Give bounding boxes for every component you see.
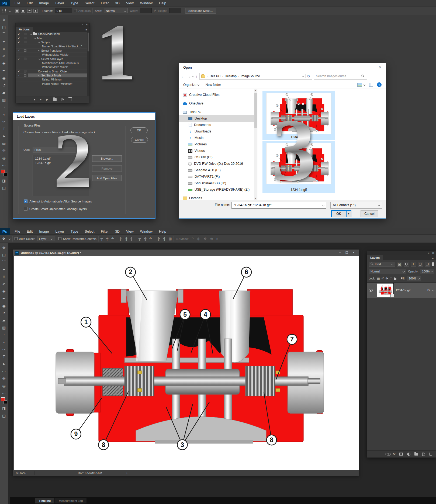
tab-actions[interactable]: Actions	[16, 27, 33, 32]
menu-image[interactable]: Image	[36, 228, 52, 235]
style-select[interactable]: Normal	[104, 8, 128, 13]
sidebar-item-dvd-rw-drive-d-dec-29-2016[interactable]: DVD RW Drive (D:) Dec 29 2016	[179, 160, 254, 167]
tool-preset-chevron-icon[interactable]	[9, 9, 11, 12]
align-icon-3[interactable]: ╟	[119, 237, 122, 241]
sidebar-item-seagate-4tb-e-[interactable]: Seagate 4TB (E:)	[179, 167, 254, 173]
shape-tool-icon[interactable]: ▭	[0, 140, 8, 147]
menu-help[interactable]: Help	[156, 0, 169, 6]
align-icon-5[interactable]: ╢	[130, 237, 133, 241]
sidebar-scrollbar[interactable]: ▲▼	[254, 89, 257, 200]
dialog-title[interactable]: Load Layers	[13, 113, 155, 120]
dodge-tool-icon[interactable]: ◖	[0, 338, 8, 346]
source-file-item[interactable]: 1234-1a.gif	[35, 156, 87, 161]
action-modal-toggle[interactable]	[22, 53, 28, 57]
minimize-icon[interactable]: ─	[339, 251, 341, 254]
action-row[interactable]: ✓Scripts	[16, 40, 89, 44]
layer-row[interactable]: 1234-1a.gif ⧉	[367, 282, 436, 298]
sidebar-item-creative-cloud-files[interactable]: Creative Cloud Files	[179, 92, 254, 98]
sidebar-item-downloads[interactable]: ↓Downloads	[179, 128, 254, 135]
action-modal-toggle[interactable]	[22, 82, 28, 86]
path-select-tool-icon[interactable]: ➤	[0, 132, 8, 140]
close-panel-icon[interactable]: ✕	[86, 23, 88, 26]
close-icon[interactable]: ✕	[379, 65, 382, 69]
screen-mode-tool-icon[interactable]: ◫	[0, 412, 8, 419]
menu-filter[interactable]: Filter	[98, 0, 112, 6]
action-row[interactable]: Without Make Visible	[16, 53, 89, 57]
ok-dropdown-icon[interactable]: ▾	[346, 210, 351, 217]
crop-tool-icon[interactable]: ⌗	[0, 45, 8, 52]
new-group-icon[interactable]	[414, 453, 418, 456]
menu-filter[interactable]: Filter	[98, 228, 112, 235]
sidebar-item-videos[interactable]: Videos	[179, 148, 254, 154]
hand-tool-icon[interactable]: ✣	[0, 375, 8, 382]
sidebar-item-usb-storage-readyshare-z-[interactable]: USB_Storage (\\READYSHARE) (Z:)	[179, 186, 254, 193]
align-icon-0[interactable]: ╤	[101, 237, 103, 241]
3d-mode-icon-4[interactable]: ▸	[217, 237, 219, 241]
foreground-color-swatch[interactable]	[1, 170, 5, 173]
action-check-empty[interactable]	[16, 61, 22, 65]
align-icon-7[interactable]: ╬	[144, 237, 146, 241]
marquee-tool-icon[interactable]	[2, 9, 6, 12]
action-row[interactable]: Plugin Name: "Minimum"	[16, 82, 89, 86]
filter-toggle-icon[interactable]	[432, 262, 434, 266]
action-row[interactable]: ✓Set Stack Mode	[16, 74, 89, 78]
tool-preset-chevron-icon[interactable]	[8, 237, 11, 240]
action-row[interactable]: Without Make Visible	[16, 65, 89, 69]
eyedropper-tool-icon[interactable]: ✐	[0, 280, 8, 288]
sidebar-item-documents[interactable]: Documents	[179, 122, 254, 128]
source-file-list[interactable]: 1234-1a.gif1234-1b.gif	[33, 155, 89, 196]
clone-stamp-tool-icon[interactable]: ◉	[0, 302, 8, 309]
clone-stamp-tool-icon[interactable]: ◉	[0, 74, 8, 82]
pen-tool-icon[interactable]: ✑	[0, 118, 8, 125]
action-row[interactable]: ✓Select back layer	[16, 57, 89, 61]
brush-tool-icon[interactable]: ✒	[0, 295, 8, 302]
3d-mode-icon-3[interactable]: ⊕	[210, 237, 213, 241]
select-and-mask-button[interactable]: Select and Mask...	[185, 8, 216, 13]
delete-layer-icon[interactable]	[429, 453, 432, 456]
eyedropper-tool-icon[interactable]: ✐	[0, 52, 8, 60]
color-swatches[interactable]	[1, 170, 7, 176]
menu-type[interactable]: Type	[67, 0, 81, 6]
cancel-button[interactable]: Cancel	[131, 137, 148, 143]
action-check-empty[interactable]	[16, 44, 22, 48]
ellipsis-tool-icon[interactable]: ⋯	[0, 162, 8, 169]
gradient-tool-icon[interactable]: ▥	[0, 96, 8, 103]
action-check-icon[interactable]: ✓	[16, 69, 22, 73]
menu-3d[interactable]: 3D	[112, 228, 123, 235]
expand-chevron-icon[interactable]	[38, 50, 40, 51]
layer-style-fx-icon[interactable]: fx	[393, 452, 395, 456]
sidebar-item-desktop[interactable]: Desktop	[179, 115, 254, 122]
menu-file[interactable]: File	[11, 228, 23, 235]
crop-tool-icon[interactable]: ⌗	[0, 273, 8, 280]
stop-icon[interactable]: ■	[34, 98, 35, 101]
lock-transparent-icon[interactable]: ▩	[377, 277, 380, 280]
action-modal-toggle[interactable]	[22, 57, 28, 61]
file-name-input[interactable]: "1234-1a.gif" "1234-1b.gif"	[231, 202, 326, 209]
menu-select[interactable]: Select	[81, 0, 98, 6]
history-brush-tool-icon[interactable]: ↺	[0, 309, 8, 317]
align-icon-9[interactable]: ╠	[158, 237, 160, 241]
lock-paint-icon[interactable]: ✐	[382, 277, 384, 280]
use-select[interactable]: Files	[33, 147, 82, 153]
smart-object-checkbox[interactable]: Create Smart Object after Loading Layers	[24, 207, 87, 211]
menu-file[interactable]: File	[11, 0, 23, 6]
lasso-tool-icon[interactable]: ⌒	[0, 31, 8, 38]
3d-mode-icon-1[interactable]: ◎	[197, 237, 200, 241]
quick-mask-tool-icon[interactable]: ◨	[0, 405, 8, 412]
action-row[interactable]: Using: Minimum	[16, 78, 89, 82]
expand-chevron-icon[interactable]	[34, 37, 36, 39]
adjustment-layer-icon[interactable]	[407, 453, 410, 456]
action-modal-toggle[interactable]	[22, 69, 28, 73]
healing-brush-tool-icon[interactable]: ✚	[0, 288, 8, 295]
action-modal-toggle[interactable]	[22, 36, 28, 40]
expand-chevron-icon[interactable]	[30, 33, 32, 35]
subtract-selection-icon[interactable]	[27, 9, 32, 13]
remove-button[interactable]: Remove	[92, 165, 122, 172]
sidebar-item-sandisk64usb3-h-[interactable]: SanDisk64USB3 (H:)	[179, 180, 254, 186]
sidebar-item-this-pc[interactable]: This PC	[179, 109, 254, 115]
action-check-empty[interactable]	[16, 53, 22, 57]
quick-select-tool-icon[interactable]: ✦	[0, 266, 8, 273]
action-row[interactable]: ✓Select front layer	[16, 49, 89, 53]
action-row[interactable]: ✓Min	[16, 36, 89, 40]
menu-type[interactable]: Type	[67, 228, 81, 235]
